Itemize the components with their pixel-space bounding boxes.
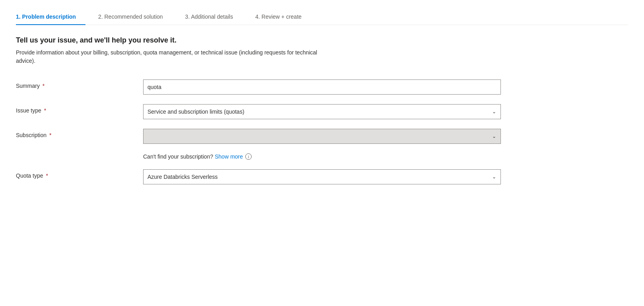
tab-additional-details[interactable]: 3. Additional details — [185, 10, 243, 25]
subscription-row: Subscription * ⌄ — [16, 129, 628, 144]
subscription-label-col: Subscription * — [16, 129, 143, 138]
page-heading: Tell us your issue, and we'll help you r… — [16, 36, 628, 45]
subscription-label: Subscription — [16, 132, 47, 138]
quota-type-select[interactable]: Azure Databricks Serverless — [143, 169, 501, 184]
issue-type-select[interactable]: Service and subscription limits (quotas)… — [143, 104, 501, 119]
quota-type-row: Quota type * Azure Databricks Serverless… — [16, 169, 628, 184]
issue-type-row: Issue type * Service and subscription li… — [16, 104, 628, 119]
cant-find-static-text: Can't find your subscription? — [143, 153, 213, 160]
summary-field-col — [143, 79, 501, 95]
cant-find-text: Can't find your subscription? Show more … — [143, 153, 252, 160]
tab-recommended-solution[interactable]: 2. Recommended solution — [98, 10, 173, 25]
summary-input[interactable] — [143, 79, 501, 95]
show-more-link[interactable]: Show more — [215, 153, 243, 160]
cant-find-subscription-row: Can't find your subscription? Show more … — [16, 153, 628, 160]
quota-type-select-wrapper: Azure Databricks Serverless ⌄ — [143, 169, 501, 184]
issue-type-label: Issue type — [16, 107, 41, 114]
issue-type-label-col: Issue type * — [16, 104, 143, 114]
quota-type-field-col: Azure Databricks Serverless ⌄ — [143, 169, 501, 184]
subscription-field-col: ⌄ — [143, 129, 501, 144]
page-description: Provide information about your billing, … — [16, 48, 318, 65]
subscription-select[interactable] — [143, 129, 501, 144]
wizard-tabs: 1. Problem description 2. Recommended so… — [16, 10, 628, 25]
tab-review-create[interactable]: 4. Review + create — [255, 10, 311, 25]
summary-label: Summary — [16, 83, 40, 89]
content-area: Tell us your issue, and we'll help you r… — [16, 36, 628, 194]
form-section: Summary * Issue type * Service and subsc… — [16, 79, 628, 194]
subscription-select-wrapper: ⌄ — [143, 129, 501, 144]
issue-type-select-wrapper: Service and subscription limits (quotas)… — [143, 104, 501, 119]
quota-type-label: Quota type — [16, 172, 43, 179]
issue-type-field-col: Service and subscription limits (quotas)… — [143, 104, 501, 119]
subscription-required-star: * — [49, 132, 51, 138]
quota-type-label-col: Quota type * — [16, 169, 143, 179]
page-container: 1. Problem description 2. Recommended so… — [0, 0, 644, 203]
summary-label-col: Summary * — [16, 79, 143, 89]
summary-row: Summary * — [16, 79, 628, 95]
info-icon[interactable]: i — [245, 153, 252, 160]
issue-type-required-star: * — [44, 107, 46, 114]
quota-type-required-star: * — [46, 172, 48, 179]
summary-required-star: * — [43, 83, 45, 89]
tab-problem-description[interactable]: 1. Problem description — [16, 10, 85, 25]
